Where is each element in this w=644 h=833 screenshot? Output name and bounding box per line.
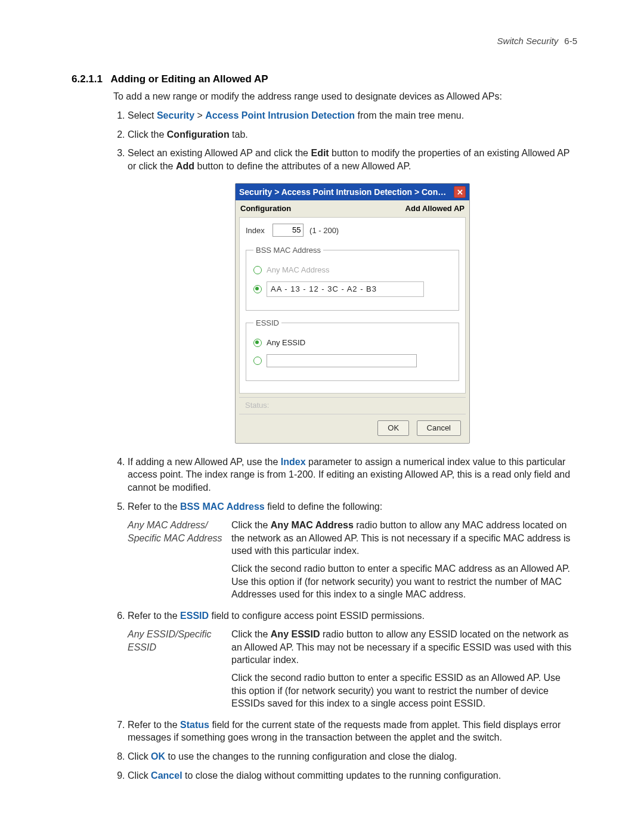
step-1: Select Security > Access Point Intrusion… [128, 109, 577, 122]
link-security: Security [157, 110, 194, 120]
status-label: Status: [239, 397, 466, 412]
dialog-footer: OK Cancel [239, 414, 466, 438]
add-allowed-ap-dialog: Security > Access Point Intrusion Detect… [235, 183, 470, 443]
term-any-essid: Any ESSID/Specific ESSID [128, 628, 223, 710]
subhead-right: Add Allowed AP [405, 203, 465, 214]
dialog-titlebar: Security > Access Point Intrusion Detect… [236, 184, 469, 200]
desc-any-essid: Click the Any ESSID radio button to allo… [231, 628, 577, 710]
step-9: Click Cancel to close the dialog without… [128, 769, 577, 782]
essid-legend: ESSID [253, 318, 281, 329]
radio-specific-essid[interactable] [253, 354, 451, 367]
desc-any-mac: Click the Any MAC Address radio button t… [231, 519, 577, 601]
bss-legend: BSS MAC Address [253, 245, 323, 256]
index-label: Index [246, 225, 265, 234]
radio-icon [253, 266, 262, 274]
radio-specific-mac[interactable]: AA - 13 - 12 - 3C - A2 - B3 [253, 281, 451, 297]
essid-definition-table: Any ESSID/Specific ESSID Click the Any E… [128, 628, 577, 710]
step-3: Select an existing Allowed AP and click … [128, 147, 577, 444]
ok-button[interactable]: OK [377, 420, 409, 436]
cancel-button[interactable]: Cancel [417, 420, 461, 436]
any-mac-label: Any MAC Address [267, 265, 330, 275]
intro-text: To add a new range or modify the address… [113, 91, 577, 102]
section-heading: 6.2.1.1 Adding or Editing an Allowed AP [72, 73, 577, 85]
subhead-left: Configuration [240, 203, 291, 214]
radio-any-essid[interactable]: Any ESSID [253, 337, 451, 348]
dialog-title: Security > Access Point Intrusion Detect… [239, 187, 446, 198]
essid-fieldset: ESSID Any ESSID [246, 318, 459, 381]
step-2: Click the Configuration tab. [128, 128, 577, 141]
radio-icon [253, 339, 262, 347]
heading-number: 6.2.1.1 [72, 73, 103, 85]
bss-definition-table: Any MAC Address/ Specific MAC Address Cl… [128, 519, 577, 601]
table-row: Any ESSID/Specific ESSID Click the Any E… [128, 628, 577, 710]
header-page: 6-5 [564, 36, 577, 46]
index-hint: (1 - 200) [309, 225, 339, 234]
header-section: Switch Security [497, 36, 559, 46]
table-row: Any MAC Address/ Specific MAC Address Cl… [128, 519, 577, 601]
step-6: Refer to the ESSID field to configure ac… [128, 609, 577, 710]
mac-address-input[interactable]: AA - 13 - 12 - 3C - A2 - B3 [267, 281, 424, 297]
dialog-body: Index (1 - 200) BSS MAC Address Any MAC … [239, 217, 466, 394]
step-7: Refer to the Status field for the curren… [128, 719, 577, 744]
step-list: Select Security > Access Point Intrusion… [113, 109, 577, 782]
page: Switch Security 6-5 6.2.1.1 Adding or Ed… [0, 0, 644, 833]
index-input[interactable] [273, 224, 304, 237]
dialog-subheader: Configuration Add Allowed AP [236, 200, 469, 216]
running-header: Switch Security 6-5 [72, 36, 577, 46]
heading-text: Adding or Editing an Allowed AP [111, 73, 268, 85]
link-apid: Access Point Intrusion Detection [205, 110, 355, 120]
step-5: Refer to the BSS MAC Address field to de… [128, 500, 577, 601]
radio-any-mac[interactable]: Any MAC Address [253, 265, 451, 275]
step-8: Click OK to use the changes to the runni… [128, 750, 577, 763]
radio-icon [253, 285, 262, 293]
step-4: If adding a new Allowed AP, use the Inde… [128, 456, 577, 494]
bss-mac-fieldset: BSS MAC Address Any MAC Address AA - 13 … [246, 245, 459, 311]
essid-input[interactable] [267, 354, 417, 367]
radio-icon [253, 357, 262, 365]
index-row: Index (1 - 200) [246, 224, 459, 237]
term-any-mac: Any MAC Address/ Specific MAC Address [128, 519, 223, 601]
any-essid-label: Any ESSID [267, 337, 305, 348]
close-icon[interactable]: ✕ [454, 186, 466, 198]
